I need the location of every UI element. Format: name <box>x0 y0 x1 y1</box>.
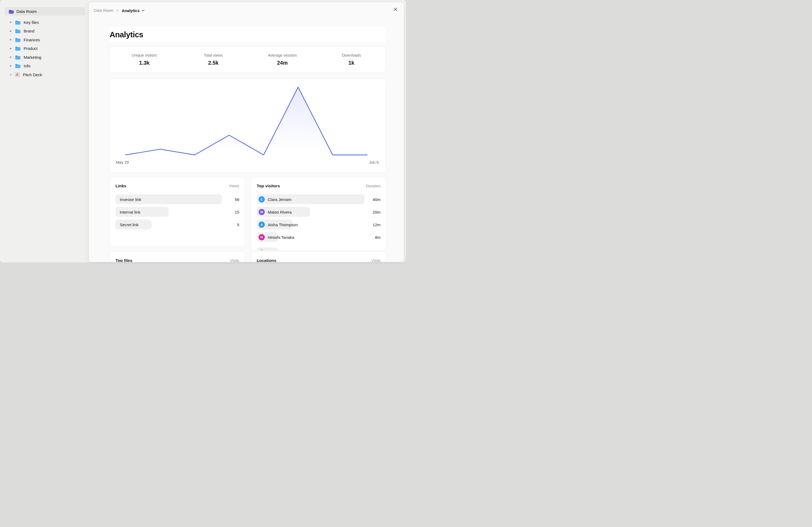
top-visitors-card: Top visitors Duration C Clara Jensen 40m <box>251 177 387 250</box>
link-label: Internal link <box>120 210 141 214</box>
link-row-internal[interactable]: Internal link 15 <box>115 206 239 218</box>
avatar: C <box>259 196 265 202</box>
visitor-duration-value: 20m <box>373 210 380 214</box>
link-row-investor[interactable]: Investor link 56 <box>115 193 239 206</box>
card-title: Top files <box>115 258 132 262</box>
disclosure-triangle-icon[interactable] <box>10 21 12 23</box>
stat-value: 1.3k <box>110 60 179 66</box>
sidebar-item-label: Key files <box>24 20 39 25</box>
chart-line <box>126 87 367 155</box>
close-button[interactable] <box>393 6 398 12</box>
breadcrumb-parent[interactable]: Data Room <box>94 8 113 13</box>
analytics-modal-panel: Data Room Analytics Analytics Unique vis… <box>89 2 404 262</box>
card-value-header: Visits <box>230 258 239 262</box>
card-title: Locations <box>257 258 276 262</box>
chevron-down-icon <box>142 10 144 12</box>
breadcrumb-current-label: Analytics <box>122 8 140 13</box>
folder-blue-icon <box>15 37 21 42</box>
sidebar-item-label: Finances <box>24 37 40 42</box>
stat-label: Total views <box>179 53 248 57</box>
sidebar-item-product[interactable]: Product <box>0 44 89 53</box>
stat-total-views: Total views 2.5k <box>179 53 248 66</box>
page-title-band: Analytics <box>110 27 386 42</box>
folder-blue-icon <box>15 29 21 33</box>
visitor-row-aisha-thompson[interactable]: A Aisha Thompson 12m <box>257 218 380 231</box>
avatar: A <box>259 221 265 228</box>
stat-value: 2.5k <box>179 60 248 66</box>
sidebar-item-label: Pitch Deck <box>23 73 42 77</box>
sidebar-item-key-files[interactable]: Key files <box>0 18 89 27</box>
sidebar-item-finances[interactable]: Finances <box>0 35 89 44</box>
visitor-row-clipped[interactable] <box>257 246 380 250</box>
x-axis-label-start: May 29 <box>116 160 129 165</box>
sidebar-item-brand[interactable]: Brand <box>0 27 89 36</box>
folder-blue-icon <box>15 55 21 60</box>
visitor-row-clara-jensen[interactable]: C Clara Jensen 40m <box>257 193 380 206</box>
visitor-rows: C Clara Jensen 40m M Mateo Rivera 20m <box>251 193 386 243</box>
avatar <box>259 249 265 250</box>
top-files-card-header: Top files Visits <box>110 252 245 262</box>
pitch-deck-thumbnail-icon <box>15 72 20 77</box>
visitor-row-mateo-rivera[interactable]: M Mateo Rivera 20m <box>257 206 380 218</box>
stat-label: Unique visitors <box>110 53 179 57</box>
card-title: Links <box>115 183 126 189</box>
analytics-content: Unique visitors 1.3k Total views 2.5k Av… <box>89 42 404 262</box>
visitor-identity: M Mateo Rivera <box>259 209 292 215</box>
links-card: Links Views Investor link 56 Internal li… <box>110 177 245 247</box>
visitor-name: Aisha Thompson <box>268 222 298 227</box>
sidebar-item-label: Product <box>24 46 38 51</box>
top-files-card: Top files Visits <box>110 252 245 262</box>
stat-downloads: Downloads 1k <box>317 53 386 66</box>
locations-card-header: Locations Visits <box>251 252 386 262</box>
disclosure-triangle-icon[interactable] <box>10 56 12 58</box>
link-label: Investor link <box>120 197 141 201</box>
sidebar: Data Room Key files Brand <box>0 0 89 262</box>
breadcrumb-current[interactable]: Analytics <box>122 8 144 13</box>
stats-summary-card: Unique visitors 1.3k Total views 2.5k Av… <box>110 46 386 73</box>
stat-value: 24m <box>248 60 317 66</box>
link-label: Secret link <box>120 222 139 227</box>
visitor-identity <box>259 249 268 250</box>
top-visitors-card-header: Top visitors Duration <box>251 177 386 189</box>
folder-purple-icon <box>9 10 14 14</box>
card-value-header: Visits <box>371 258 380 262</box>
breadcrumb-bar: Data Room Analytics <box>89 2 404 17</box>
visitor-identity: C Clara Jensen <box>259 196 291 202</box>
sidebar-item-label: Brand <box>24 29 34 33</box>
disclosure-triangle-icon[interactable] <box>10 47 12 50</box>
x-axis-label-end: Jun 5 <box>369 160 379 165</box>
visitor-duration-value: 40m <box>373 197 380 201</box>
disclosure-triangle-icon[interactable] <box>10 30 12 32</box>
visitor-identity: H Hiroshi Tanaka <box>259 234 294 240</box>
stat-average-session: Average session 24m <box>248 53 317 66</box>
chevron-right-icon <box>116 9 119 12</box>
locations-card: Locations Visits <box>251 252 387 262</box>
stat-label: Average session <box>248 53 317 57</box>
stat-unique-visitors: Unique visitors 1.3k <box>110 53 179 66</box>
sidebar-tree: Key files Brand Finances <box>0 18 89 79</box>
app-window: Data Room Key files Brand <box>0 0 406 262</box>
folder-blue-icon <box>15 64 21 68</box>
folder-blue-icon <box>15 20 21 25</box>
visits-line-chart: May 29 Jun 5 <box>110 79 386 172</box>
sidebar-item-data-room[interactable]: Data Room <box>4 7 85 16</box>
stat-value: 1k <box>317 60 386 66</box>
sidebar-item-label: Marketing <box>24 55 41 60</box>
visitor-row-hiroshi-tanaka[interactable]: H Hiroshi Tanaka 8m <box>257 231 380 243</box>
card-value-header: Views <box>229 184 239 188</box>
sidebar-item-pitch-deck[interactable]: Pitch Deck <box>0 70 89 79</box>
sidebar-item-marketing[interactable]: Marketing <box>0 53 89 62</box>
disclosure-triangle-icon[interactable] <box>10 39 12 41</box>
link-row-secret[interactable]: Secret link 5 <box>115 218 239 231</box>
sidebar-item-info[interactable]: Info <box>0 62 89 71</box>
link-views-value: 56 <box>235 197 239 201</box>
visitor-duration-value: 12m <box>373 222 380 227</box>
close-icon <box>393 7 398 12</box>
avatar: M <box>259 209 265 215</box>
visitor-identity: A Aisha Thompson <box>259 221 298 228</box>
link-views-value: 5 <box>237 222 239 227</box>
links-rows: Investor link 56 Internal link 15 Secret… <box>110 193 245 231</box>
card-title: Top visitors <box>257 183 280 189</box>
disclosure-triangle-icon[interactable] <box>10 65 12 67</box>
bottom-cards-row: Top files Visits Locations Visits <box>110 252 386 262</box>
